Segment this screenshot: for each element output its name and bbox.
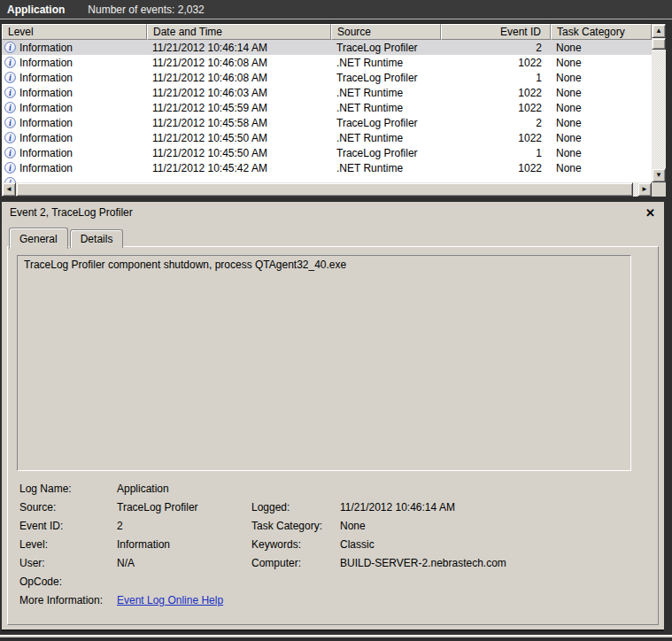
event-message-box[interactable]: TraceLog Profiler component shutdown, pr… bbox=[17, 255, 631, 471]
field-value: TraceLog Profiler bbox=[117, 501, 251, 514]
level-cell: i Information bbox=[2, 42, 147, 54]
datetime-cell: 11/21/2012 10:46:03 AM bbox=[147, 87, 331, 99]
field-value: Event Log Online Help bbox=[117, 594, 251, 606]
horizontal-scroll-thumb[interactable] bbox=[16, 182, 633, 197]
log-header-bar: Application Number of events: 2,032 bbox=[0, 0, 672, 19]
event-row[interactable]: i Information 11/21/2012 10:45:59 AM .NE… bbox=[2, 100, 652, 115]
log-name-title: Application bbox=[7, 4, 65, 16]
event-row[interactable]: i bbox=[2, 175, 652, 182]
level-cell: i Information bbox=[2, 147, 147, 159]
field-label: User: bbox=[19, 557, 117, 569]
field-value: Information bbox=[117, 538, 251, 551]
tab-general[interactable]: General bbox=[9, 228, 68, 249]
field-row: Source: TraceLog Profiler Logged: 11/21/… bbox=[19, 498, 649, 516]
source-cell: .NET Runtime bbox=[331, 102, 441, 114]
vertical-scroll-track[interactable] bbox=[652, 38, 666, 168]
preview-title: Event 2, TraceLog Profiler bbox=[10, 206, 133, 219]
horizontal-scrollbar[interactable]: ◄ ► bbox=[2, 182, 652, 197]
field-label: Log Name: bbox=[19, 483, 117, 495]
information-icon: i bbox=[4, 147, 16, 158]
scroll-up-icon[interactable]: ▲ bbox=[652, 24, 666, 38]
scroll-left-icon[interactable]: ◄ bbox=[2, 182, 16, 197]
task-category-cell: None bbox=[551, 102, 652, 114]
task-category-cell: None bbox=[551, 147, 652, 159]
event-id-cell: 1022 bbox=[441, 87, 551, 99]
level-cell: i Information bbox=[2, 87, 147, 99]
column-header-date-and-time[interactable]: Date and Time bbox=[147, 24, 331, 40]
information-icon: i bbox=[4, 117, 16, 128]
field-value: BUILD-SERVER-2.nebrastech.com bbox=[340, 557, 649, 569]
event-row[interactable]: i Information 11/21/2012 10:45:42 AM .NE… bbox=[2, 160, 652, 175]
event-fields: Log Name: Application Source: TraceLog P… bbox=[19, 479, 649, 609]
task-category-cell: None bbox=[551, 117, 652, 129]
preview-title-bar: Event 2, TraceLog Profiler ✕ bbox=[2, 204, 664, 221]
task-category-cell: None bbox=[551, 42, 652, 54]
table-header-row: LevelDate and TimeSourceEvent IDTask Cat… bbox=[2, 24, 652, 40]
field-row: OpCode: bbox=[19, 572, 649, 591]
event-row[interactable]: i Information 11/21/2012 10:45:50 AM .NE… bbox=[2, 130, 652, 145]
field-row: Event ID: 2 Task Category: None bbox=[19, 516, 649, 535]
datetime-cell: 11/21/2012 10:45:58 AM bbox=[147, 117, 331, 129]
datetime-cell: 11/21/2012 10:46:14 AM bbox=[147, 42, 331, 54]
tab-content-general: TraceLog Profiler component shutdown, pr… bbox=[7, 246, 659, 625]
bottom-divider bbox=[0, 635, 672, 637]
event-log-online-help-link[interactable]: Event Log Online Help bbox=[117, 594, 223, 606]
scroll-right-icon[interactable]: ► bbox=[637, 182, 652, 197]
field-label: Task Category: bbox=[251, 520, 340, 532]
vertical-scroll-thumb[interactable] bbox=[652, 38, 666, 50]
scroll-down-icon[interactable]: ▼ bbox=[652, 168, 666, 182]
field-value: 2 bbox=[117, 520, 251, 532]
task-category-cell: None bbox=[551, 72, 652, 84]
field-row: Level: Information Keywords: Classic bbox=[19, 535, 649, 553]
task-category-cell: None bbox=[551, 162, 652, 174]
event-id-cell: 1022 bbox=[441, 57, 551, 69]
event-row[interactable]: i Information 11/21/2012 10:46:08 AM Tra… bbox=[2, 70, 652, 85]
field-label: More Information: bbox=[19, 594, 117, 606]
source-cell: .NET Runtime bbox=[331, 132, 441, 144]
event-row[interactable]: i Information 11/21/2012 10:46:14 AM Tra… bbox=[2, 40, 652, 55]
vertical-scrollbar[interactable]: ▲ ▼ bbox=[652, 24, 666, 182]
event-id-cell: 1022 bbox=[441, 102, 551, 114]
event-id-cell: 1 bbox=[441, 147, 551, 159]
event-table: LevelDate and TimeSourceEvent IDTask Cat… bbox=[2, 23, 666, 197]
event-row[interactable]: i Information 11/21/2012 10:46:08 AM .NE… bbox=[2, 55, 652, 70]
information-icon: i bbox=[4, 57, 16, 68]
task-category-cell: None bbox=[551, 87, 652, 99]
field-value: 11/21/2012 10:46:14 AM bbox=[340, 501, 649, 514]
event-row[interactable]: i Information 11/21/2012 10:45:58 AM Tra… bbox=[2, 115, 652, 130]
close-icon[interactable]: ✕ bbox=[645, 206, 655, 220]
level-cell: i Information bbox=[2, 117, 147, 129]
tab-details[interactable]: Details bbox=[70, 229, 124, 248]
level-cell: i Information bbox=[2, 132, 147, 144]
field-value: N/A bbox=[117, 557, 251, 569]
field-label: Logged: bbox=[251, 501, 340, 514]
field-row: Log Name: Application bbox=[19, 479, 649, 498]
event-count-label: Number of events: 2,032 bbox=[88, 4, 204, 16]
field-label: Event ID: bbox=[19, 520, 117, 532]
event-message: TraceLog Profiler component shutdown, pr… bbox=[24, 259, 346, 271]
event-id-cell: 1022 bbox=[441, 162, 551, 174]
field-row: User: N/A Computer: BUILD-SERVER-2.nebra… bbox=[19, 553, 649, 572]
information-icon: i bbox=[4, 72, 16, 83]
level-cell: i Information bbox=[2, 162, 147, 174]
column-header-source[interactable]: Source bbox=[331, 24, 441, 40]
task-category-cell: None bbox=[551, 57, 652, 69]
datetime-cell: 11/21/2012 10:45:50 AM bbox=[147, 147, 331, 159]
information-icon: i bbox=[4, 102, 16, 113]
level-cell: i Information bbox=[2, 57, 147, 69]
event-preview-pane: Event 2, TraceLog Profiler ✕ GeneralDeta… bbox=[2, 202, 664, 631]
bottom-frame bbox=[0, 633, 672, 641]
column-header-event-id[interactable]: Event ID bbox=[441, 24, 551, 40]
column-header-level[interactable]: Level bbox=[2, 24, 147, 40]
datetime-cell: 11/21/2012 10:46:08 AM bbox=[147, 72, 331, 84]
field-label: Source: bbox=[19, 501, 117, 514]
column-header-task-category[interactable]: Task Category bbox=[551, 24, 652, 40]
task-category-cell: None bbox=[551, 132, 652, 144]
information-icon: i bbox=[4, 87, 16, 98]
event-id-cell: 1 bbox=[441, 72, 551, 84]
source-cell: .NET Runtime bbox=[331, 87, 441, 99]
source-cell: .NET Runtime bbox=[331, 162, 441, 174]
event-row[interactable]: i Information 11/21/2012 10:46:03 AM .NE… bbox=[2, 85, 652, 100]
level-cell: i Information bbox=[2, 102, 147, 114]
event-row[interactable]: i Information 11/21/2012 10:45:50 AM Tra… bbox=[2, 145, 652, 160]
